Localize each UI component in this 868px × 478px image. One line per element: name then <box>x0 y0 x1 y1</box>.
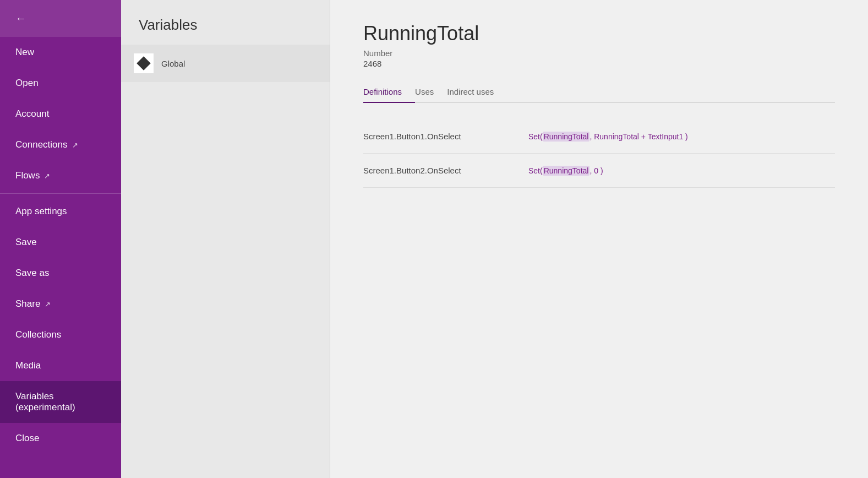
sidebar-item-media[interactable]: Media <box>0 350 121 381</box>
sidebar-item-label-close: Close <box>15 433 39 444</box>
sidebar-item-connections[interactable]: Connections ↗ <box>0 129 121 160</box>
sidebar-item-collections[interactable]: Collections <box>0 319 121 350</box>
sidebar-item-save[interactable]: Save <box>0 227 121 258</box>
tab-indirect-uses[interactable]: Indirect uses <box>447 82 507 103</box>
sidebar-item-label-flows: Flows <box>15 170 40 181</box>
sidebar-item-label-new: New <box>15 47 34 58</box>
tab-definitions[interactable]: Definitions <box>363 82 415 103</box>
formula-prefix-1: Set( <box>528 132 543 141</box>
sidebar-item-variables[interactable]: Variables (experimental) <box>0 381 121 423</box>
variable-value: 2468 <box>363 59 835 68</box>
formula-highlight-2: RunningTotal <box>543 166 590 176</box>
sidebar-item-flows[interactable]: Flows ↗ <box>0 160 121 191</box>
variable-name: Global <box>161 59 185 68</box>
definition-formula-1[interactable]: Set(RunningTotal, RunningTotal + TextInp… <box>528 132 688 141</box>
main-content: RunningTotal Number 2468 Definitions Use… <box>330 0 868 478</box>
back-icon: ← <box>15 12 26 25</box>
formula-suffix-1: , RunningTotal + TextInput1 ) <box>589 132 687 141</box>
sidebar-item-label-variables: Variables (experimental) <box>15 391 106 413</box>
middle-header: Variables <box>121 0 330 45</box>
sidebar-item-save-as[interactable]: Save as <box>0 258 121 289</box>
definition-row-1: Screen1.Button1.OnSelect Set(RunningTota… <box>363 120 835 154</box>
sidebar: ← New Open Account Connections ↗ Flows ↗… <box>0 0 121 478</box>
formula-prefix-2: Set( <box>528 166 543 175</box>
variable-type: Number <box>363 48 835 58</box>
external-link-icon: ↗ <box>45 300 51 308</box>
sidebar-divider <box>0 193 121 194</box>
definition-location-2: Screen1.Button2.OnSelect <box>363 166 517 175</box>
variable-detail: RunningTotal Number 2468 Definitions Use… <box>330 0 868 120</box>
diamond-icon <box>137 56 150 70</box>
sidebar-item-label-open: Open <box>15 78 39 89</box>
sidebar-item-label-app-settings: App settings <box>15 206 67 217</box>
sidebar-item-label-save-as: Save as <box>15 268 49 279</box>
formula-highlight-1: RunningTotal <box>543 132 590 142</box>
external-link-icon: ↗ <box>72 141 78 149</box>
variable-type-icon <box>134 53 154 73</box>
definitions-table: Screen1.Button1.OnSelect Set(RunningTota… <box>330 120 868 188</box>
sidebar-item-label-account: Account <box>15 108 49 120</box>
sidebar-item-share[interactable]: Share ↗ <box>0 289 121 319</box>
definition-row-2: Screen1.Button2.OnSelect Set(RunningTota… <box>363 154 835 188</box>
tabs: Definitions Uses Indirect uses <box>363 82 835 103</box>
sidebar-item-label-share: Share <box>15 298 40 309</box>
back-button[interactable]: ← <box>0 0 121 37</box>
panel-title: Variables <box>139 17 312 34</box>
sidebar-item-label-save: Save <box>15 237 37 248</box>
variable-title: RunningTotal <box>363 22 835 45</box>
sidebar-item-label-collections: Collections <box>15 329 61 340</box>
tab-uses[interactable]: Uses <box>415 82 447 103</box>
external-link-icon: ↗ <box>44 172 50 180</box>
sidebar-item-open[interactable]: Open <box>0 68 121 99</box>
sidebar-item-label-connections: Connections <box>15 139 68 150</box>
middle-panel: Variables Global <box>121 0 330 478</box>
sidebar-item-close[interactable]: Close <box>0 423 121 454</box>
definition-location-1: Screen1.Button1.OnSelect <box>363 132 517 141</box>
sidebar-item-app-settings[interactable]: App settings <box>0 196 121 227</box>
sidebar-item-account[interactable]: Account <box>0 99 121 129</box>
variable-list-item-global[interactable]: Global <box>121 45 330 82</box>
sidebar-item-new[interactable]: New <box>0 37 121 68</box>
definition-formula-2[interactable]: Set(RunningTotal, 0 ) <box>528 166 603 175</box>
sidebar-item-label-media: Media <box>15 360 41 371</box>
formula-suffix-2: , 0 ) <box>589 166 603 175</box>
